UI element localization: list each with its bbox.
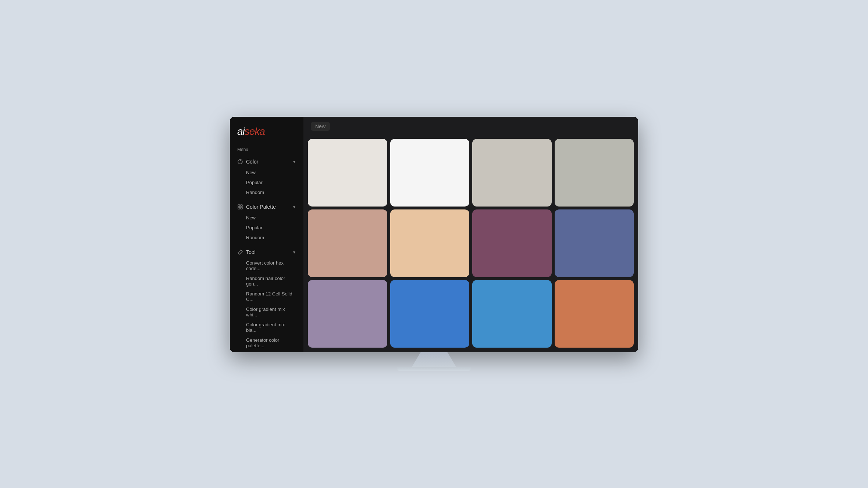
main-content: New [303, 117, 638, 352]
palette-section-title: Color Palette [246, 204, 292, 210]
palette-new[interactable]: New [230, 213, 303, 223]
tool-icon [237, 249, 243, 255]
tool-random-12cell[interactable]: Random 12 Cell Solid C... [230, 289, 303, 304]
color-card-2[interactable] [390, 139, 470, 207]
tool-gradient-white[interactable]: Color gradient mix whi... [230, 304, 303, 320]
monitor-base [397, 367, 471, 371]
color-card-6[interactable] [390, 209, 470, 277]
svg-rect-7 [241, 207, 242, 209]
color-section-title: Color [246, 159, 292, 165]
tool-generator-palette[interactable]: Generator color palette... [230, 335, 303, 351]
nav-section-tool-header[interactable]: Tool ▼ [230, 246, 303, 258]
color-card-4[interactable] [555, 139, 634, 207]
palette-popular[interactable]: Popular [230, 223, 303, 233]
color-card-7[interactable] [472, 209, 552, 277]
color-random[interactable]: Random [230, 187, 303, 197]
color-grid [303, 136, 638, 352]
svg-point-1 [239, 161, 239, 161]
color-chevron: ▼ [292, 160, 296, 164]
tool-convert-hex[interactable]: Convert color hex code... [230, 258, 303, 273]
palette-chevron: ▼ [292, 205, 296, 209]
main-header: New [303, 117, 638, 136]
sidebar: aiseka Menu Color ▼ New [230, 117, 303, 352]
nav-section-palette: Color Palette ▼ New Popular Random [230, 201, 303, 245]
monitor-stand [412, 352, 456, 367]
logo-seka: seka [245, 126, 265, 137]
nav-section-palette-header[interactable]: Color Palette ▼ [230, 201, 303, 213]
color-card-11[interactable] [472, 280, 552, 348]
color-card-12[interactable] [555, 280, 634, 348]
svg-point-0 [238, 159, 242, 164]
menu-label: Menu [230, 145, 303, 156]
color-card-10[interactable] [390, 280, 470, 348]
logo-area: aiseka [230, 117, 303, 145]
color-new[interactable]: New [230, 168, 303, 177]
palette-random[interactable]: Random [230, 233, 303, 243]
nav-section-color: Color ▼ New Popular Random [230, 156, 303, 200]
logo: aiseka [237, 126, 296, 137]
tool-rgb-cmyk[interactable]: RGB to CMYK Converter [230, 351, 303, 352]
svg-rect-4 [238, 205, 240, 207]
color-card-8[interactable] [555, 209, 634, 277]
page-title: New [311, 122, 330, 131]
tool-random-hair[interactable]: Random hair color gen... [230, 273, 303, 289]
nav-section-tool: Tool ▼ Convert color hex code... Random … [230, 246, 303, 352]
tool-gradient-black[interactable]: Color gradient mix bla... [230, 320, 303, 335]
palette-sub-items: New Popular Random [230, 213, 303, 245]
monitor: aiseka Menu Color ▼ New [230, 117, 638, 352]
logo-ai: ai [237, 126, 245, 137]
tool-section-title: Tool [246, 249, 292, 255]
color-card-5[interactable] [308, 209, 387, 277]
svg-point-2 [240, 160, 241, 161]
swatches-icon [237, 204, 243, 210]
tool-chevron: ▼ [292, 250, 296, 254]
color-card-3[interactable] [472, 139, 552, 207]
svg-rect-5 [241, 205, 242, 207]
palette-icon [237, 159, 243, 165]
color-card-1[interactable] [308, 139, 387, 207]
color-card-9[interactable] [308, 280, 387, 348]
nav-section-color-header[interactable]: Color ▼ [230, 156, 303, 168]
svg-rect-6 [238, 207, 240, 209]
color-sub-items: New Popular Random [230, 168, 303, 200]
svg-point-3 [241, 162, 242, 162]
tool-sub-items: Convert color hex code... Random hair co… [230, 258, 303, 352]
color-popular[interactable]: Popular [230, 177, 303, 187]
